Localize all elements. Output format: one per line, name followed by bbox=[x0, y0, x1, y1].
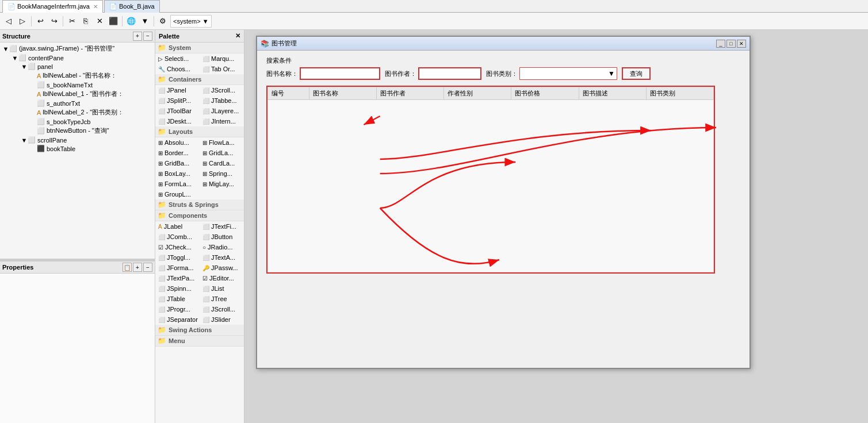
palette-gridbaglayout[interactable]: ⊞GridBa... bbox=[155, 158, 200, 168]
palette-section-layouts[interactable]: 📁 Layouts bbox=[155, 126, 244, 137]
tree-item-1[interactable]: ▼ ⬜ contentPane bbox=[0, 53, 155, 62]
tree-item-6[interactable]: ⬜ s_authorTxt bbox=[0, 99, 155, 107]
system-dropdown[interactable]: <system> ▼ bbox=[170, 15, 212, 28]
palette-section-system[interactable]: 📁 System bbox=[155, 43, 244, 53]
palette-jlabel[interactable]: AJLabel bbox=[155, 221, 200, 232]
palette-jtree[interactable]: ⬜JTree bbox=[200, 294, 244, 304]
tab-bookmanage-close[interactable]: ✕ bbox=[93, 3, 98, 10]
palette-jscrollbar[interactable]: ⬜JScroll... bbox=[200, 304, 244, 314]
palette-jbutton[interactable]: ⬜JButton bbox=[200, 232, 244, 242]
palette-jcombobox[interactable]: ⬜JComb... bbox=[155, 232, 200, 242]
palette-section-struts[interactable]: 📁 Struts & Springs bbox=[155, 199, 244, 210]
palette-jtable[interactable]: ⬜JTable bbox=[155, 294, 200, 304]
palette-jpanel[interactable]: ⬜JPanel bbox=[155, 85, 200, 95]
palette-springlayout[interactable]: ⊞Spring... bbox=[200, 168, 244, 179]
palette-section-components[interactable]: 📁 Components bbox=[155, 210, 244, 221]
toolbar-web-btn[interactable]: 🌐 bbox=[125, 15, 137, 28]
palette-section-menu[interactable]: 📁 Menu bbox=[155, 336, 244, 347]
palette-jprogressbar[interactable]: ⬜JProgr... bbox=[155, 304, 200, 314]
swing-close-btn[interactable]: ✕ bbox=[737, 40, 746, 48]
palette-jtogglebutton[interactable]: ⬜JToggl... bbox=[155, 252, 200, 263]
combo-booktype[interactable]: ▼ bbox=[519, 67, 617, 80]
jcheckbox-label: JCheck... bbox=[165, 244, 192, 251]
input-bookname[interactable] bbox=[300, 67, 380, 80]
palette-jdesktoppane[interactable]: ⬜JDeskt... bbox=[155, 116, 200, 126]
palette-miglayout[interactable]: ⊞MigLay... bbox=[200, 179, 244, 189]
palette-jslider[interactable]: ⬜JSlider bbox=[200, 314, 244, 325]
tree-item-9[interactable]: ⬜ btnNewButton - "查询" bbox=[0, 126, 155, 136]
palette-formlayout[interactable]: ⊞FormLa... bbox=[155, 179, 200, 189]
palette-selection[interactable]: ▷ Selecti... bbox=[155, 53, 200, 64]
palette-section-swingactions[interactable]: 📁 Swing Actions bbox=[155, 325, 244, 336]
structure-add-btn[interactable]: + bbox=[133, 32, 142, 41]
palette-jtextfield[interactable]: ⬜JTextFi... bbox=[200, 221, 244, 232]
palette-gridlayout[interactable]: ⊞GridLa... bbox=[200, 148, 244, 158]
toolbar-undo-btn[interactable]: ↩ bbox=[34, 15, 47, 28]
palette-taborder[interactable]: ⬜ Tab Or... bbox=[200, 64, 244, 74]
tree-item-3[interactable]: A lblNewLabel - "图书名称： bbox=[0, 71, 155, 80]
tree-item-4[interactable]: ⬜ s_bookNameTxt bbox=[0, 80, 155, 89]
tree-item-10[interactable]: ▼ ⬜ scrollPane bbox=[0, 136, 155, 144]
toolbar-redo-btn[interactable]: ↪ bbox=[48, 15, 60, 28]
palette-jcheckbox[interactable]: ☑JCheck... bbox=[155, 242, 200, 252]
jeditorpane-label: JEditor... bbox=[209, 275, 234, 282]
palette-section-containers[interactable]: 📁 Containers bbox=[155, 74, 244, 85]
tree-item-11[interactable]: ⬛ bookTable bbox=[0, 144, 155, 153]
jtoolbar-icon: ⬜ bbox=[158, 108, 165, 114]
input-author[interactable] bbox=[418, 67, 481, 80]
palette-grouplayout[interactable]: ⊞GroupL... bbox=[155, 189, 200, 199]
palette-jpasswordfield[interactable]: 🔑JPassw... bbox=[200, 263, 244, 273]
tree-toggle-7 bbox=[30, 109, 37, 116]
tab-bookmanage[interactable]: 📄 BookManageInterfrm.java ✕ bbox=[2, 0, 103, 13]
toolbar-cut-btn[interactable]: ✂ bbox=[66, 15, 78, 28]
palette-jformattedtextfield[interactable]: ⬜JForma... bbox=[155, 263, 200, 273]
palette-cardlayout[interactable]: ⊞CardLa... bbox=[200, 158, 244, 168]
toolbar-delete-btn[interactable]: ✕ bbox=[93, 15, 106, 28]
toolbar-dropdown-arrow[interactable]: ▼ bbox=[139, 15, 151, 28]
palette-choose[interactable]: 🔧 Choos... bbox=[155, 64, 200, 74]
swing-minimize-btn[interactable]: _ bbox=[716, 40, 725, 48]
palette-jradiobutton[interactable]: ○JRadio... bbox=[200, 242, 244, 252]
palette-flowlayout[interactable]: ⊞FlowLa... bbox=[200, 137, 244, 148]
palette-jtextpane[interactable]: ⬜JTextPa... bbox=[155, 273, 200, 283]
palette-close-icon[interactable]: ✕ bbox=[235, 32, 240, 40]
palette-jlayeredpane[interactable]: ⬜JLayere... bbox=[200, 106, 244, 116]
palette-jseparator[interactable]: ⬜JSeparator bbox=[155, 314, 200, 325]
palette-jlist[interactable]: ⬜JList bbox=[200, 283, 244, 294]
tree-item-2[interactable]: ▼ ⬜ panel bbox=[0, 62, 155, 71]
section-system-label: System bbox=[169, 44, 191, 51]
palette-absolute[interactable]: ⊞Absolu... bbox=[155, 137, 200, 148]
palette-jspinner[interactable]: ⬜JSpinn... bbox=[155, 283, 200, 294]
tree-label-7: lblNewLabel_2 - "图书类别： bbox=[43, 108, 124, 117]
tab-bookb[interactable]: 📄 Book_B.java bbox=[104, 0, 160, 13]
toolbar-gear-btn[interactable]: ⚙ bbox=[156, 15, 169, 28]
palette-jeditorpane[interactable]: ☑JEditor... bbox=[200, 273, 244, 283]
jspinner-label: JSpinn... bbox=[167, 285, 192, 292]
toolbar-stop-btn[interactable]: ⬛ bbox=[107, 15, 120, 28]
properties-btn-1[interactable]: 📋 bbox=[123, 263, 132, 272]
palette-jtoolbar[interactable]: ⬜JToolBar bbox=[155, 106, 200, 116]
swing-maximize-btn[interactable]: □ bbox=[726, 40, 736, 48]
palette-boxlayout[interactable]: ⊞BoxLay... bbox=[155, 168, 200, 179]
palette-borderlayout[interactable]: ⊞Border... bbox=[155, 148, 200, 158]
palette-marquee[interactable]: ⬜ Marqu... bbox=[200, 53, 244, 64]
palette-jsplitpane[interactable]: ⬜JSplitP... bbox=[155, 95, 200, 106]
palette-jtextarea[interactable]: ⬜JTextA... bbox=[200, 252, 244, 263]
palette-jinternalframe[interactable]: ⬜JIntern... bbox=[200, 116, 244, 126]
tree-item-0[interactable]: ▼ ⬜ (javax.swing.JFrame) - "图书管理" bbox=[0, 44, 155, 53]
toolbar-forward-btn[interactable]: ▷ bbox=[16, 15, 29, 28]
section-layouts-label: Layouts bbox=[169, 128, 193, 135]
properties-btn-3[interactable]: − bbox=[143, 263, 152, 272]
structure-remove-btn[interactable]: − bbox=[143, 32, 152, 41]
tree-item-8[interactable]: ⬜ s_bookTypeJcb bbox=[0, 117, 155, 126]
jscrollbar-label: JScroll... bbox=[211, 306, 235, 313]
query-button[interactable]: 查询 bbox=[622, 67, 651, 80]
tree-item-7[interactable]: A lblNewLabel_2 - "图书类别： bbox=[0, 107, 155, 117]
properties-btn-2[interactable]: + bbox=[133, 263, 142, 272]
absolute-label: Absolu... bbox=[165, 139, 189, 146]
tree-item-5[interactable]: A lblNewLabel_1 - "图书作者： bbox=[0, 89, 155, 99]
toolbar-copy-btn[interactable]: ⎘ bbox=[79, 15, 92, 28]
toolbar-back-btn[interactable]: ◁ bbox=[2, 15, 15, 28]
palette-jtabbedpane[interactable]: ⬜JTabbe... bbox=[200, 95, 244, 106]
palette-jscrollpane[interactable]: ⬜JScroll... bbox=[200, 85, 244, 95]
